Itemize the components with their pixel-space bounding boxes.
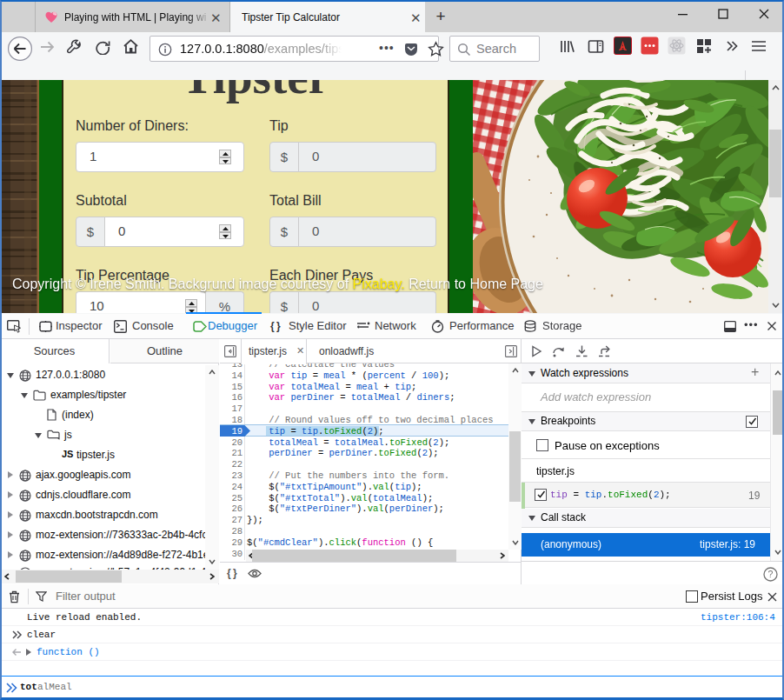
svg-text:?: ? xyxy=(768,569,774,579)
